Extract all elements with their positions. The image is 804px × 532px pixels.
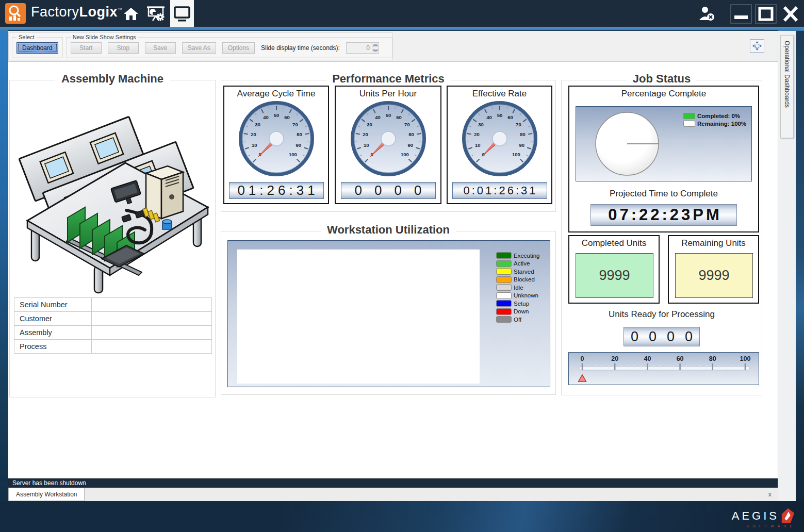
toolbar: Select Dashboard New Slide Show Settings…	[8, 31, 778, 62]
svg-text:20: 20	[611, 355, 618, 362]
legend-item: Idle	[496, 284, 540, 291]
assembly-machine-title: Assembly Machine	[55, 72, 170, 86]
workstation-utilization-panel: Workstation Utilization ExecutingActiveS…	[221, 231, 556, 395]
select-group: Select Dashboard	[12, 34, 63, 58]
percentage-complete-title: Percentage Complete	[569, 89, 758, 99]
legend-label: Executing	[514, 253, 540, 259]
legend-item: Completed: 0%	[683, 113, 746, 119]
legend-label: Off	[514, 317, 521, 323]
units-per-hour-card: Units Per Hour 0102030405060708090100 00…	[335, 86, 441, 204]
svg-text:20: 20	[363, 131, 368, 137]
home-icon[interactable]	[122, 5, 140, 23]
svg-text:40: 40	[486, 114, 492, 120]
info-row-value	[92, 340, 212, 354]
legend-label: Active	[514, 260, 530, 267]
gauge-dial: 0102030405060708090100	[350, 100, 427, 177]
svg-text:100: 100	[740, 355, 751, 362]
spinner-up-icon[interactable]	[372, 43, 379, 48]
legend-swatch	[496, 252, 512, 259]
legend-label: Starved	[514, 269, 534, 275]
window-right-border	[796, 31, 804, 532]
legend-label: Completed: 0%	[697, 113, 740, 119]
legend-label: Idle	[514, 285, 523, 291]
svg-text:60: 60	[284, 114, 290, 120]
projected-time-label: Projected Time to Complete	[569, 189, 758, 199]
slide-time-spinner[interactable]: 0	[346, 42, 379, 54]
gauge-dial: 0102030405060708090100	[461, 100, 538, 177]
maximize-button[interactable]	[754, 3, 778, 25]
minimize-button[interactable]	[729, 3, 753, 25]
factorylogix-logo-icon	[5, 3, 26, 24]
dashboard-button[interactable]: Dashboard	[17, 42, 58, 54]
legend-swatch	[496, 308, 512, 315]
svg-text:100: 100	[400, 152, 408, 157]
svg-text:90: 90	[519, 142, 524, 148]
legend-swatch	[496, 268, 512, 275]
completed-units-label: Completed Units	[569, 238, 659, 248]
toolbar-groups: Select Dashboard New Slide Show Settings…	[8, 32, 393, 60]
window-footer: AEGIS SOFTWARE	[0, 501, 804, 532]
legend-item: Setup	[496, 300, 540, 307]
legend-label: Remaining: 100%	[697, 121, 746, 127]
close-button[interactable]	[779, 3, 802, 25]
slideshow-group-label: New Slide Show Settings	[71, 34, 138, 40]
gauge-title: Average Cycle Time	[224, 89, 328, 99]
svg-text:10: 10	[474, 142, 480, 148]
legend-item: Unknown	[496, 292, 540, 299]
completed-units-card: Completed Units 9999	[568, 235, 660, 304]
info-row-value	[92, 312, 212, 326]
svg-text:70: 70	[516, 122, 521, 127]
svg-text:20: 20	[251, 131, 256, 137]
legend-label: Unknown	[514, 292, 538, 298]
slideshow-settings-group: New Slide Show Settings Start Stop Save …	[66, 34, 392, 58]
gauge-readout: 0:01:26:31	[452, 182, 547, 199]
legend-swatch	[683, 121, 695, 127]
svg-text:0: 0	[581, 355, 584, 362]
info-row-label: Process	[14, 340, 92, 354]
move-layout-button[interactable]	[750, 39, 764, 53]
tab-operational-dashboards[interactable]: Operational Dashboards	[780, 35, 794, 138]
legend-label: Down	[514, 308, 529, 314]
save-button[interactable]: Save	[145, 42, 176, 54]
tab-operational-dashboards-monitor-icon[interactable]	[170, 0, 194, 27]
remaining-units-card: Remaining Units 9999	[668, 235, 759, 304]
svg-text:90: 90	[296, 142, 301, 148]
remaining-units-label: Remaining Units	[669, 238, 758, 248]
performance-metrics-panel: Performance Metrics Average Cycle Time 0…	[221, 80, 556, 212]
assembly-machine-panel: Assembly Machine	[9, 80, 216, 397]
save-as-button[interactable]: Save As	[182, 42, 216, 54]
tab-bar-close-icon[interactable]: x	[768, 491, 772, 498]
remaining-units-value: 9999	[675, 253, 753, 298]
legend-item: Active	[496, 260, 540, 267]
effective-rate-card: Effective Rate 0102030405060708090100 0:…	[447, 86, 552, 204]
legend-swatch	[496, 276, 512, 283]
slide-time-label: Slide display time (seconds):	[261, 44, 340, 52]
slideshow-settings-icon[interactable]	[146, 5, 165, 23]
tab-assembly-workstation[interactable]: Assembly Workstation	[8, 488, 85, 501]
svg-text:40: 40	[375, 114, 381, 120]
titlebar: FactoryLogix™	[0, 0, 804, 27]
status-bar: Server has been shutdown	[8, 478, 778, 488]
assembly-machine-illustration	[16, 88, 210, 296]
info-row-label: Customer	[14, 312, 92, 326]
svg-text:10: 10	[251, 142, 257, 148]
info-row-value	[92, 326, 212, 340]
start-button[interactable]: Start	[71, 42, 102, 54]
utilization-legend: ExecutingActiveStarvedBlockedIdleUnknown…	[496, 252, 540, 324]
info-row: Process	[14, 340, 212, 354]
svg-text:50: 50	[497, 112, 502, 118]
slide-time-value: 0	[347, 43, 372, 53]
side-tab-strip: Operational Dashboards	[778, 31, 796, 501]
stop-button[interactable]: Stop	[108, 42, 139, 54]
user-logout-icon[interactable]	[695, 3, 719, 25]
svg-text:90: 90	[407, 142, 413, 148]
performance-metrics-title: Performance Metrics	[326, 72, 451, 86]
assembly-info-table: Serial NumberCustomerAssemblyProcess	[14, 297, 212, 354]
gauge-title: Effective Rate	[448, 89, 551, 99]
legend-swatch	[496, 284, 512, 291]
spinner-down-icon[interactable]	[372, 48, 379, 53]
options-button[interactable]: Options	[222, 42, 255, 54]
svg-text:40: 40	[263, 114, 269, 120]
utilization-chart: ExecutingActiveStarvedBlockedIdleUnknown…	[227, 240, 550, 387]
legend-swatch	[496, 316, 512, 323]
